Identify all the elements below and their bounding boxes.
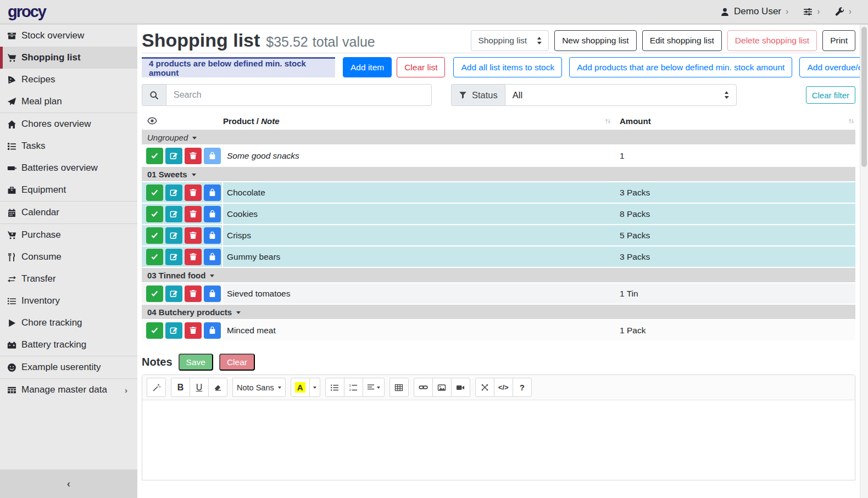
vertical-scrollbar[interactable] [860,25,868,498]
admin-menu[interactable]: › [835,7,852,16]
group-header-03-tinned-food[interactable]: 03 Tinned food [142,268,855,283]
sidebar-item-recipes[interactable]: Recipes [0,69,137,91]
sidebar-item-manage-master-data[interactable]: Manage master data › [0,379,137,401]
add-to-stock-button[interactable] [204,184,221,201]
sidebar-item-tasks[interactable]: Tasks [0,135,137,157]
sort-icon[interactable] [848,118,854,124]
magic-style-button[interactable] [147,378,166,397]
clear-list-button[interactable]: Clear list [397,57,445,77]
insert-link-button[interactable] [414,378,433,397]
edit-item-button[interactable] [165,184,182,201]
sidebar-item-equipment[interactable]: Equipment [0,179,137,201]
add-to-stock-button[interactable] [204,249,221,265]
ordered-list-button[interactable]: 12 [344,378,363,397]
group-header-ungrouped[interactable]: Ungrouped [142,130,855,146]
delete-item-button[interactable] [185,148,202,164]
sidebar-item-calendar[interactable]: Calendar [0,202,137,223]
delete-shopping-list-button[interactable]: Delete shopping list [727,30,817,51]
add-item-button[interactable]: Add item [343,57,392,77]
sidebar-item-chores-overview[interactable]: Chores overview [0,113,137,135]
delete-item-button[interactable] [185,249,202,265]
mark-done-button[interactable] [146,206,163,222]
edit-item-button[interactable] [165,206,182,222]
mark-done-button[interactable] [146,148,163,164]
search-input[interactable] [166,84,432,106]
edit-item-button[interactable] [165,286,182,302]
add-to-stock-button[interactable] [204,206,221,222]
unordered-list-button[interactable] [325,378,344,397]
sidebar-item-inventory[interactable]: Inventory [0,290,137,312]
scrollbar-thumb[interactable] [861,27,867,167]
sidebar-item-consume[interactable]: Consume [0,246,137,268]
mark-done-button[interactable] [146,184,163,201]
sidebar-item-chore-tracking[interactable]: Chore tracking [0,312,137,334]
add-to-stock-button[interactable] [204,322,221,339]
delete-item-button[interactable] [185,206,202,222]
new-shopping-list-button[interactable]: New shopping list [554,30,636,51]
status-filter-select[interactable]: All [505,84,737,106]
add-to-stock-button[interactable] [204,148,221,164]
bold-button[interactable]: B [171,378,190,397]
sidebar-item-purchase[interactable]: Purchase [0,224,137,246]
text-color-button[interactable]: A [291,378,310,397]
group-header-04-butchery-products[interactable]: 04 Butchery products [142,305,855,320]
shopping-list-select[interactable]: Shopping list [471,30,549,51]
amount-column-header[interactable]: Amount [620,116,651,126]
clear-formatting-button[interactable] [208,378,227,397]
sort-icon[interactable] [605,118,611,124]
sidebar-item-transfer[interactable]: Transfer [0,268,137,290]
edit-shopping-list-button[interactable]: Edit shopping list [642,30,722,51]
search-group [142,84,432,106]
code-view-button[interactable]: </> [494,378,513,397]
insert-picture-button[interactable] [432,378,452,397]
text-color-dropdown[interactable] [309,378,320,397]
paragraph-align-button[interactable] [363,378,385,397]
edit-item-button[interactable] [165,227,182,244]
edit-item-button[interactable] [165,148,182,164]
mark-done-button[interactable] [146,249,163,265]
user-menu[interactable]: Demo User › [720,6,788,17]
notes-text-area[interactable] [142,400,855,480]
font-family-select[interactable]: Noto Sans [232,378,286,397]
mark-done-button[interactable] [146,322,163,339]
edit-item-button[interactable] [165,249,182,265]
product-column-header[interactable]: Product / Note [223,116,280,126]
underline-button[interactable]: U [190,378,209,397]
magic-wand-icon [152,383,161,392]
boxes-icon [7,31,16,41]
sidebar-item-battery-tracking[interactable]: Battery tracking [0,334,137,356]
sidebar-item-example-userentity[interactable]: Example userentity [0,356,137,378]
notes-clear-button[interactable]: Clear [219,354,255,371]
sidebar-item-stock-overview[interactable]: Stock overview [0,25,137,47]
delete-item-button[interactable] [185,184,202,201]
edit-item-button[interactable] [165,322,182,339]
insert-table-button[interactable] [390,378,409,397]
sidebar-collapse-button[interactable]: ‹ [0,469,137,498]
grocy-logo[interactable]: grocy [8,3,46,21]
caret-down-icon [278,387,281,389]
sidebar-item-shopping-list[interactable]: Shopping list [0,47,137,69]
delete-item-button[interactable] [185,227,202,244]
status-filter-value: All [513,90,522,100]
sidebar-item-meal-plan[interactable]: Meal plan [0,91,137,113]
add-to-stock-button[interactable] [204,286,221,302]
group-header-01-sweets[interactable]: 01 Sweets [142,167,855,182]
settings-menu[interactable]: › [803,7,820,16]
sidebar-item-batteries-overview[interactable]: Batteries overview [0,157,137,179]
delete-item-button[interactable] [185,286,202,302]
insert-video-button[interactable] [451,378,470,397]
add-all-items-to-stock-button[interactable]: Add all list items to stock [453,57,562,77]
notes-save-button[interactable]: Save [179,354,213,371]
min-stock-alert-text: 4 products are below defined min. stock … [142,59,335,77]
add-below-min-stock-button[interactable]: Add products that are below defined min.… [569,57,792,77]
print-button[interactable]: Print [822,30,855,51]
add-to-stock-button[interactable] [204,227,221,244]
add-overdue-expired-button[interactable]: Add overdue/expired products [799,57,860,77]
help-button[interactable]: ? [513,378,532,397]
mark-done-button[interactable] [146,227,163,244]
delete-item-button[interactable] [185,322,202,339]
eye-icon[interactable] [147,116,157,126]
fullscreen-button[interactable] [475,378,494,397]
clear-filter-button[interactable]: Clear filter [806,86,855,104]
mark-done-button[interactable] [146,286,163,302]
